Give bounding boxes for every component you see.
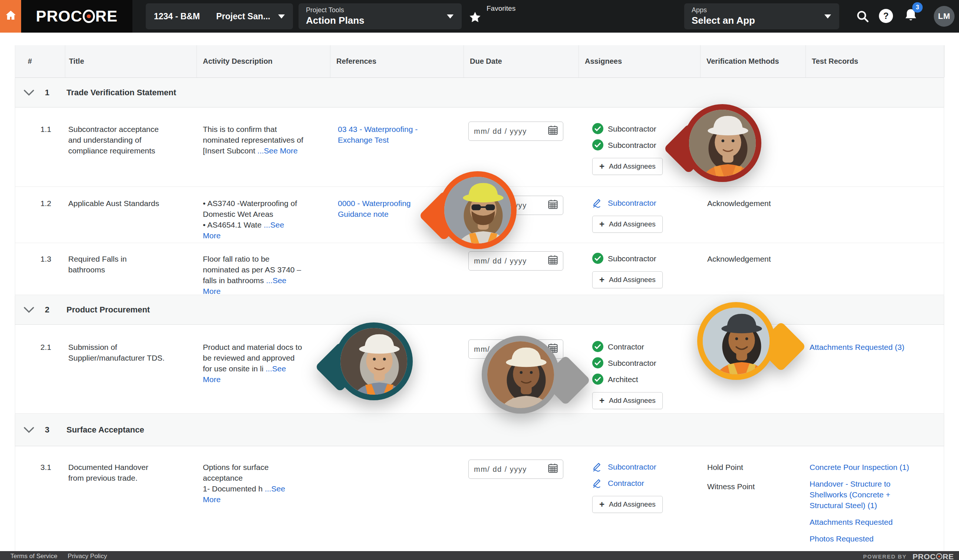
test-record-link[interactable]: Attachments Requested (3): [809, 342, 918, 352]
column-header-assignees: Assignees: [579, 45, 701, 78]
chevron-down-icon[interactable]: [23, 89, 35, 96]
plus-icon: +: [599, 396, 604, 405]
presence-callout-red: [683, 104, 773, 193]
assignee-item[interactable]: Subcontractor: [592, 253, 701, 264]
activity-description: Options for surface acceptance1- Documen…: [203, 462, 304, 505]
due-date-input[interactable]: mm/ dd / yyyy: [468, 460, 563, 479]
item-number: 1.2: [40, 199, 51, 208]
verification-method: Witness Point: [707, 481, 806, 492]
verification-method: Hold Point: [707, 462, 806, 473]
procore-logo[interactable]: PROC RE: [21, 0, 132, 33]
assignee-item[interactable]: Architect: [592, 374, 701, 385]
add-assignees-button[interactable]: + Add Assignees: [592, 496, 663, 513]
column-header-due-date: Due Date: [464, 45, 579, 78]
calendar-icon: [547, 199, 559, 212]
test-record-link[interactable]: Photos Requested: [809, 533, 918, 544]
search-icon[interactable]: [855, 9, 870, 25]
column-header-title: Title: [65, 45, 197, 78]
project-selector[interactable]: 1234 - B&M Project San...: [146, 3, 293, 29]
calendar-icon: [547, 463, 559, 476]
check-circle-icon: [592, 341, 603, 352]
assignee-item[interactable]: Contractor: [592, 341, 701, 352]
favorites-star-icon[interactable]: [468, 10, 482, 26]
worker-avatar: [697, 302, 775, 380]
column-header-test-records: Test Records: [806, 45, 945, 78]
privacy-policy-link[interactable]: Privacy Policy: [68, 553, 107, 560]
assignee-item[interactable]: Contractor: [592, 477, 701, 488]
assignee-label: Subcontractor: [608, 140, 656, 151]
logo-text-post: RE: [95, 8, 118, 24]
add-assignees-button[interactable]: + Add Assignees: [592, 216, 663, 233]
procore-footer-logo: PROC RE: [913, 553, 954, 560]
due-date-input[interactable]: mm/ dd / yyyy: [468, 122, 563, 141]
check-circle-icon: [592, 374, 603, 385]
test-record-link[interactable]: Handover - Structure to Shellworks (Conc…: [809, 479, 918, 511]
section-row-2: 2 Product Procurement: [15, 295, 944, 325]
check-circle-icon: [592, 357, 603, 368]
add-assignees-button[interactable]: + Add Assignees: [592, 392, 663, 409]
chevron-down-icon: [278, 14, 285, 19]
terms-of-service-link[interactable]: Terms of Service: [10, 553, 57, 560]
presence-callout-gray: [482, 336, 571, 425]
apps-selector[interactable]: Apps Select an App: [684, 3, 839, 29]
section-row-1: 1 Trade Verification Statement: [15, 78, 944, 108]
verification-method: Acknowledgement: [707, 198, 806, 208]
add-assignees-button[interactable]: + Add Assignees: [592, 158, 663, 175]
assignee-item[interactable]: Subcontractor: [592, 461, 701, 472]
project-name: Project San...: [216, 11, 270, 22]
section-row-3: 3 Surface Acceptance: [15, 414, 944, 446]
worker-avatar: [335, 323, 413, 400]
check-circle-icon: [592, 139, 603, 151]
due-date-placeholder: mm/ dd / yyyy: [474, 126, 547, 137]
assignee-label: Architect: [608, 374, 638, 385]
column-header-verification-methods: Verification Methods: [701, 45, 806, 78]
see-more-link[interactable]: ...See More: [257, 146, 298, 155]
verification-method: Acknowledgement: [707, 253, 806, 264]
section-title: Trade Verification Statement: [66, 88, 176, 97]
worker-avatar: [482, 336, 559, 414]
check-circle-icon: [592, 253, 603, 264]
section-number: 2: [45, 305, 49, 315]
logo-o-icon: [83, 10, 95, 22]
plus-icon: +: [599, 500, 604, 509]
home-button[interactable]: [0, 0, 21, 33]
tool-selector-value: Action Plans: [306, 14, 454, 27]
test-record-link[interactable]: Concrete Pour Inspection (1): [809, 462, 918, 473]
tool-selector-label: Project Tools: [306, 6, 454, 14]
chevron-down-icon[interactable]: [23, 426, 35, 433]
assignee-label: Subcontractor: [608, 358, 656, 368]
presence-callout-amber: [697, 302, 786, 391]
plus-icon: +: [599, 275, 604, 284]
column-header-activity-description: Activity Description: [197, 45, 330, 78]
test-record-link[interactable]: Attachments Requested: [809, 517, 918, 527]
assignee-label: Subcontractor: [608, 197, 656, 208]
logo-o-icon: [936, 553, 942, 560]
chevron-down-icon[interactable]: [23, 307, 35, 313]
plus-icon: +: [599, 220, 604, 229]
reference-link[interactable]: 0000 - Waterproofing Guidance note: [338, 198, 422, 220]
assignee-label: Subcontractor: [608, 123, 656, 134]
chevron-down-icon: [447, 14, 454, 19]
footer-bar: Terms of Service Privacy Policy POWERED …: [0, 551, 959, 560]
reference-link[interactable]: 03 43 - Waterproofing - Exchange Test: [338, 124, 422, 145]
assignee-label: Subcontractor: [608, 461, 656, 472]
activity-description: • AS3740 -Waterproofing of Domestic Wet …: [203, 198, 304, 241]
worker-avatar: [683, 104, 761, 182]
item-title: Required Falls in bathrooms: [68, 253, 166, 275]
assignee-item[interactable]: Subcontractor: [592, 357, 701, 368]
check-circle-icon: [592, 123, 603, 134]
tool-selector[interactable]: Project Tools Action Plans: [298, 3, 462, 29]
logo-text-pre: PROC: [36, 8, 82, 24]
help-icon[interactable]: ?: [879, 9, 893, 23]
table-row: 3.1 Documented Handover from previous tr…: [15, 446, 944, 551]
due-date-placeholder: mm/ dd / yyyy: [474, 464, 547, 475]
assignee-item[interactable]: Subcontractor: [592, 197, 701, 208]
add-assignees-button[interactable]: + Add Assignees: [592, 271, 663, 288]
item-title: Subcontractor acceptance and understandi…: [68, 124, 166, 156]
user-avatar[interactable]: LM: [934, 6, 954, 27]
table-header-row: # Title Activity Description References …: [15, 45, 944, 78]
section-number: 3: [45, 425, 49, 435]
column-header-references: References: [330, 45, 464, 78]
activity-description: Product and material docs to be reviewed…: [203, 342, 304, 385]
item-number: 1.1: [40, 125, 51, 134]
